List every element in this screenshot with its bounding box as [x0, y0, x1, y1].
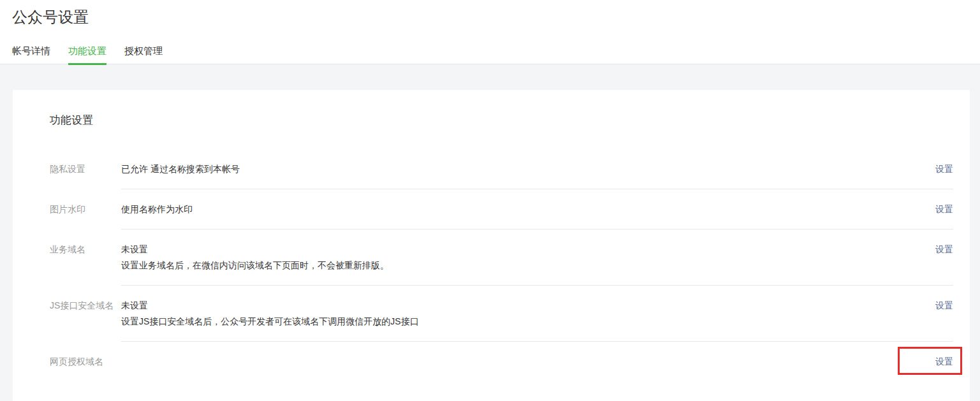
- settings-row-business-domain: 业务域名未设置设置业务域名后，在微信内访问该域名下页面时，不会被重新排版。设置: [13, 230, 970, 286]
- settings-row-watermark: 图片水印使用名称作为水印设置: [13, 189, 970, 230]
- row-body: 使用名称作为水印设置: [121, 189, 953, 230]
- tab-account-details[interactable]: 帐号详情: [12, 45, 50, 65]
- settings-card: 功能设置 隐私设置已允许 通过名称搜索到本帐号设置图片水印使用名称作为水印设置业…: [13, 90, 970, 401]
- row-action: 设置: [935, 299, 953, 312]
- set-button-js-api-domain[interactable]: 设置: [935, 299, 953, 312]
- row-value: 未设置: [121, 299, 419, 312]
- mp-settings-page: 公众号设置 帐号详情功能设置授权管理 功能设置 隐私设置已允许 通过名称搜索到本…: [0, 0, 980, 401]
- set-button-business-domain[interactable]: 设置: [935, 243, 953, 256]
- row-action: 设置: [935, 243, 953, 256]
- set-button-watermark[interactable]: 设置: [935, 203, 953, 215]
- settings-rows: 隐私设置已允许 通过名称搜索到本帐号设置图片水印使用名称作为水印设置业务域名未设…: [13, 149, 970, 381]
- tab-bar: 帐号详情功能设置授权管理: [12, 45, 980, 64]
- row-action: 设置: [935, 203, 953, 215]
- row-body: 未设置设置业务域名后，在微信内访问该域名下页面时，不会被重新排版。设置: [121, 230, 953, 286]
- row-action: 设置: [935, 163, 953, 175]
- row-desc: 设置JS接口安全域名后，公众号开发者可在该域名下调用微信开放的JS接口: [121, 315, 419, 328]
- tab-feature-settings[interactable]: 功能设置: [68, 45, 106, 65]
- row-label: JS接口安全域名: [50, 286, 121, 342]
- page-header: 公众号设置 帐号详情功能设置授权管理: [0, 0, 980, 64]
- page-title: 公众号设置: [12, 6, 980, 28]
- set-button-privacy[interactable]: 设置: [935, 163, 953, 175]
- row-body: 未设置设置JS接口安全域名后，公众号开发者可在该域名下调用微信开放的JS接口设置: [121, 286, 953, 342]
- row-content: 未设置设置业务域名后，在微信内访问该域名下页面时，不会被重新排版。: [121, 243, 389, 272]
- row-content: 未设置设置JS接口安全域名后，公众号开发者可在该域名下调用微信开放的JS接口: [121, 299, 419, 328]
- row-action: 设置: [935, 355, 953, 368]
- row-body: 已允许 通过名称搜索到本帐号设置: [121, 149, 953, 189]
- row-value: 使用名称作为水印: [121, 203, 193, 215]
- settings-row-privacy: 隐私设置已允许 通过名称搜索到本帐号设置: [13, 149, 970, 189]
- settings-row-js-api-domain: JS接口安全域名未设置设置JS接口安全域名后，公众号开发者可在该域名下调用微信开…: [13, 286, 970, 342]
- row-content: 已允许 通过名称搜索到本帐号: [121, 163, 240, 175]
- row-label: 图片水印: [50, 189, 121, 230]
- content-area: 功能设置 隐私设置已允许 通过名称搜索到本帐号设置图片水印使用名称作为水印设置业…: [0, 90, 980, 401]
- row-desc: 设置业务域名后，在微信内访问该域名下页面时，不会被重新排版。: [121, 259, 389, 272]
- row-label: 业务域名: [50, 230, 121, 286]
- row-label: 网页授权域名: [50, 342, 121, 381]
- row-value: 已允许 通过名称搜索到本帐号: [121, 163, 240, 175]
- row-value: 未设置: [121, 243, 389, 256]
- row-body: 设置: [121, 342, 953, 381]
- tab-authorization[interactable]: 授权管理: [124, 45, 163, 65]
- set-button-oauth-domain[interactable]: 设置: [935, 355, 953, 368]
- section-title: 功能设置: [13, 113, 970, 128]
- row-label: 隐私设置: [50, 149, 121, 189]
- row-content: 使用名称作为水印: [121, 203, 193, 215]
- settings-row-oauth-domain: 网页授权域名设置: [13, 342, 970, 381]
